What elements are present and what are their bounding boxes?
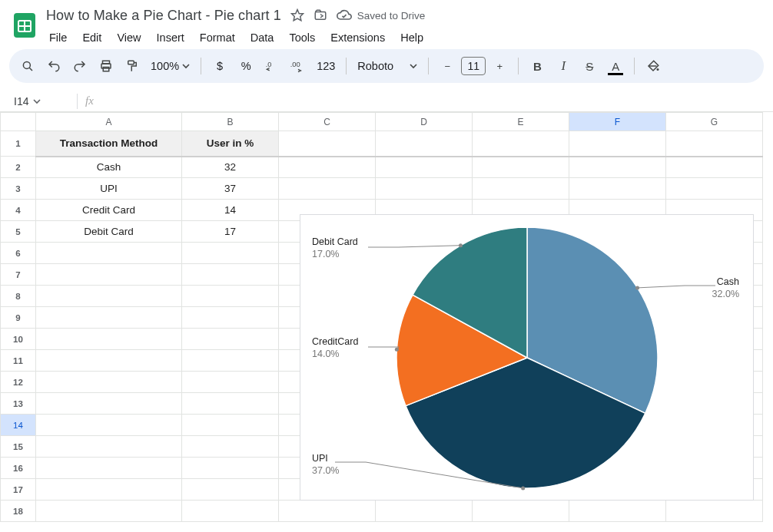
chevron-down-icon [182,62,190,70]
cell-B2[interactable]: 32 [182,157,279,178]
svg-rect-5 [315,12,326,20]
menu-bar: File Edit View Insert Format Data Tools … [43,29,430,46]
zoom-select[interactable]: 100% [146,54,194,78]
font-size-input[interactable] [461,57,486,75]
svg-point-18 [459,243,463,247]
row-header-14[interactable]: 14 [1,415,36,436]
svg-point-14 [657,68,659,71]
row-header-11[interactable]: 11 [1,350,36,372]
cell-B4[interactable]: 14 [182,200,279,221]
row-header-3[interactable]: 3 [1,178,36,200]
row-header-1[interactable]: 1 [1,131,36,157]
italic-button[interactable]: I [551,54,576,78]
col-header-B[interactable]: B [182,113,279,131]
row-header-15[interactable]: 15 [1,436,36,458]
name-box-value: I14 [14,95,28,107]
cell-B5[interactable]: 17 [182,221,279,243]
svg-marker-4 [291,10,303,21]
svg-rect-11 [128,61,134,64]
menu-data[interactable]: Data [244,29,280,46]
font-family-value: Roboto [357,60,393,72]
bold-button[interactable]: B [525,54,549,78]
row-header-10[interactable]: 10 [1,329,36,350]
increase-decimal-icon[interactable]: .00 [286,54,310,78]
select-all-corner[interactable] [1,113,36,131]
cell-A1[interactable]: Transaction Method [36,131,182,157]
spreadsheet-area: A B C D E F G 1 Transaction Method User … [0,112,773,522]
row-header-13[interactable]: 13 [1,393,36,415]
cell-A3[interactable]: UPI [36,178,182,200]
pie-chart[interactable]: Cash32.0% UPI37.0% CreditCard14.0% Debit… [300,214,754,501]
row-header-18[interactable]: 18 [1,501,36,522]
paint-format-icon[interactable] [120,54,144,78]
col-header-G[interactable]: G [666,113,763,131]
col-header-E[interactable]: E [473,113,569,131]
fill-color-button[interactable] [641,54,665,78]
row-header-8[interactable]: 8 [1,286,36,307]
redo-icon[interactable] [68,54,92,78]
undo-icon[interactable] [41,54,66,78]
chevron-down-icon [410,62,417,70]
cell-B3[interactable]: 37 [182,178,279,200]
col-header-F[interactable]: F [569,113,666,131]
sheets-logo-icon[interactable] [11,8,38,42]
row-header-6[interactable]: 6 [1,243,36,264]
font-size-decrease[interactable]: − [435,54,459,78]
saved-to-drive-text: Saved to Drive [357,10,426,21]
menu-format[interactable]: Format [194,29,241,46]
row-header-2[interactable]: 2 [1,157,36,178]
menu-tools[interactable]: Tools [283,29,321,46]
row-header-17[interactable]: 17 [1,479,36,501]
cell-A2[interactable]: Cash [36,157,182,178]
menu-extensions[interactable]: Extensions [324,29,391,46]
svg-point-6 [23,61,30,68]
svg-line-7 [29,68,32,71]
strike-button[interactable]: S [577,54,602,78]
font-size-increase[interactable]: + [487,54,512,78]
font-family-select[interactable]: Roboto [353,54,422,78]
chevron-down-icon [33,97,41,105]
toolbar: 100% $ % .0 .00 123 Roboto − + B I S A [9,49,764,83]
chart-label-credit: CreditCard14.0% [312,336,358,360]
col-header-A[interactable]: A [36,113,182,131]
menu-edit[interactable]: Edit [76,29,108,46]
svg-point-16 [521,486,525,490]
cell-A5[interactable]: Debit Card [36,221,182,243]
col-header-D[interactable]: D [376,113,473,131]
row-header-5[interactable]: 5 [1,221,36,243]
svg-point-17 [395,348,399,352]
zoom-value: 100% [151,60,179,72]
row-header-7[interactable]: 7 [1,264,36,286]
row-header-12[interactable]: 12 [1,372,36,393]
format-percent[interactable]: % [234,54,258,78]
document-title[interactable]: How to Make a Pie Chart - Pie chart 1 [46,8,281,24]
col-header-C[interactable]: C [279,113,376,131]
cloud-done-icon [337,8,352,23]
menu-file[interactable]: File [43,29,73,46]
text-color-button[interactable]: A [603,54,628,78]
title-bar: How to Make a Pie Chart - Pie chart 1 Sa… [0,0,773,46]
cloud-status[interactable]: Saved to Drive [337,8,426,23]
fx-icon: fx [85,94,94,107]
decrease-decimal-icon[interactable]: .0 [260,54,284,78]
chart-label-upi: UPI37.0% [312,453,339,477]
cell-B1[interactable]: User in % [182,131,279,157]
cell-A4[interactable]: Credit Card [36,200,182,221]
menu-view[interactable]: View [111,29,147,46]
row-header-9[interactable]: 9 [1,307,36,329]
search-icon[interactable] [15,54,40,78]
menu-insert[interactable]: Insert [151,29,191,46]
menu-help[interactable]: Help [394,29,430,46]
chart-label-cash: Cash32.0% [712,276,739,300]
print-icon[interactable] [94,54,118,78]
name-box[interactable]: I14 [0,95,74,107]
format-currency[interactable]: $ [207,54,232,78]
row-header-16[interactable]: 16 [1,458,36,479]
more-formats[interactable]: 123 [312,54,340,78]
row-header-4[interactable]: 4 [1,200,36,221]
move-icon[interactable] [314,8,327,22]
star-icon[interactable] [290,8,304,22]
chart-label-debit: Debit Card17.0% [312,236,358,260]
pie-chart-svg [300,215,755,501]
svg-text:.00: .00 [290,60,300,68]
